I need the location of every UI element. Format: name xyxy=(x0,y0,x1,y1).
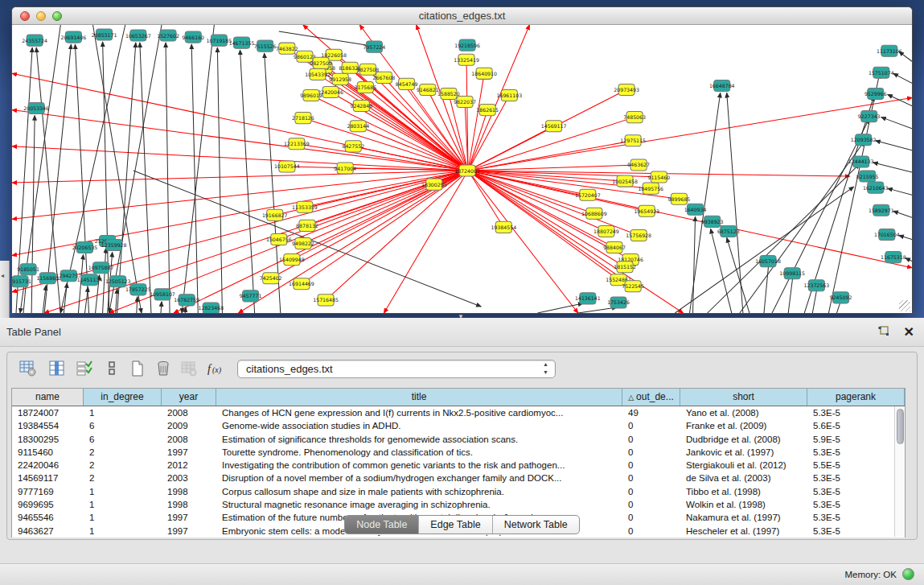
network-node[interactable]: 9899685 xyxy=(668,193,691,204)
network-node[interactable]: 9822037 xyxy=(454,96,476,107)
network-node[interactable]: 10653267 xyxy=(125,30,151,41)
network-node[interactable]: 9529966 xyxy=(864,88,887,99)
network-node[interactable]: 7522545 xyxy=(622,281,644,292)
network-node[interactable]: 19218596 xyxy=(454,39,480,51)
network-node[interactable]: 16961103 xyxy=(496,89,522,101)
network-canvas[interactable]: 2435572420691406208531711065326715276029… xyxy=(12,25,912,313)
network-node[interactable]: 1815152 xyxy=(614,262,636,273)
network-node[interactable]: 7957224 xyxy=(363,41,386,52)
network-node[interactable]: 12213369 xyxy=(284,138,310,150)
network-node[interactable]: 20973493 xyxy=(614,84,639,95)
network-node[interactable]: 3175685 xyxy=(355,81,377,93)
table-row[interactable]: 1830029562008Estimation of significance … xyxy=(12,433,905,446)
column-header-short[interactable]: short xyxy=(680,389,807,406)
network-node[interactable]: 9938923 xyxy=(701,216,724,227)
network-node[interactable]: 9466160 xyxy=(182,31,204,43)
network-node[interactable]: 7515526 xyxy=(254,40,277,51)
column-header-year[interactable]: year xyxy=(162,389,216,406)
network-node[interactable]: 12372563 xyxy=(804,280,830,291)
network-node[interactable]: 1640934 xyxy=(684,204,707,215)
window-resize-grip[interactable] xyxy=(899,300,910,311)
function-builder-icon[interactable]: f(x) xyxy=(205,357,228,380)
select-columns-icon[interactable] xyxy=(46,357,68,380)
table-row[interactable]: 2242004622012Investigating the contribut… xyxy=(12,459,905,472)
network-node[interactable]: 12823468 xyxy=(198,303,224,313)
create-column-icon[interactable] xyxy=(126,357,149,380)
network-node[interactable]: 7425402 xyxy=(260,273,282,284)
network-node[interactable]: 19166827 xyxy=(262,209,288,220)
network-node[interactable]: 9245092 xyxy=(830,292,852,303)
table-row[interactable]: 1456911722003Disruption of a novel membe… xyxy=(12,472,905,484)
network-node[interactable]: 11675318 xyxy=(881,252,906,263)
network-node[interactable]: 2803144 xyxy=(347,121,369,132)
network-node[interactable]: 18640910 xyxy=(471,68,497,79)
table-row[interactable]: 911546021997Tourette syndrome. Phenomeno… xyxy=(12,446,905,459)
network-node[interactable]: 8427552 xyxy=(342,141,364,152)
network-node[interactable]: 17857225 xyxy=(125,284,151,295)
column-header-title[interactable]: title xyxy=(216,389,622,406)
delete-table-icon[interactable] xyxy=(178,357,200,380)
table-selector-dropdown[interactable]: citations_edges.txt ▲▼ xyxy=(237,360,556,378)
network-node[interactable]: 15046756 xyxy=(266,233,292,245)
network-node[interactable]: 15892971 xyxy=(869,204,894,216)
network-node[interactable]: 6875123 xyxy=(717,225,740,237)
network-node[interactable]: 19384554 xyxy=(491,221,516,233)
network-node[interactable]: 1588520 xyxy=(437,88,460,99)
table-settings-icon[interactable] xyxy=(17,357,39,380)
network-node[interactable]: 19654923 xyxy=(634,205,659,216)
network-node[interactable]: 9896019 xyxy=(300,89,322,101)
column-header-out_de[interactable]: △out_de... xyxy=(622,389,680,406)
network-node[interactable]: 9115460 xyxy=(647,171,670,183)
network-node[interactable]: 16057018 xyxy=(755,256,781,267)
network-node[interactable]: 8454749 xyxy=(396,78,418,89)
network-node[interactable]: 9827509 xyxy=(310,57,332,68)
network-node[interactable]: 7463822 xyxy=(276,43,298,54)
network-node[interactable]: 15751074 xyxy=(869,67,894,78)
network-node[interactable]: 15716485 xyxy=(313,295,339,306)
network-node[interactable]: 2667608 xyxy=(373,72,396,83)
close-panel-icon[interactable]: ✕ xyxy=(904,324,914,340)
table-row[interactable]: 977716911998Corpus callosum shape and si… xyxy=(12,485,905,498)
network-node[interactable]: 9185051 xyxy=(17,264,39,275)
network-node[interactable]: 9827508 xyxy=(357,64,380,75)
network-node[interactable]: 18495756 xyxy=(638,183,663,194)
tab-network-table[interactable]: Network Table xyxy=(493,516,579,534)
scrollbar-thumb[interactable] xyxy=(897,409,904,444)
column-header-pagerank[interactable]: pagerank xyxy=(807,389,905,406)
network-node[interactable]: 7485063 xyxy=(623,112,646,123)
network-node[interactable]: 10998115 xyxy=(779,268,805,279)
column-header-name[interactable]: name xyxy=(12,389,84,406)
network-node[interactable]: 1862615 xyxy=(476,105,499,116)
network-node[interactable]: 9912958 xyxy=(329,73,351,84)
network-node[interactable]: 16210643 xyxy=(863,182,889,193)
network-node[interactable]: 9417004 xyxy=(334,163,356,174)
network-node[interactable]: 9227343 xyxy=(858,111,881,122)
tab-edge-table[interactable]: Edge Table xyxy=(419,516,492,534)
float-panel-icon[interactable] xyxy=(877,325,892,340)
tab-node-table[interactable]: Node Table xyxy=(345,516,419,534)
network-node[interactable]: 9884067 xyxy=(603,242,626,253)
network-node[interactable]: 20691406 xyxy=(61,31,87,43)
network-node[interactable]: 11173106 xyxy=(877,45,902,56)
network-node[interactable]: 9457771 xyxy=(240,290,262,302)
network-node[interactable]: 16648784 xyxy=(709,80,735,91)
network-node[interactable]: 9463627 xyxy=(627,159,650,171)
network-node[interactable]: 16782759 xyxy=(174,295,199,306)
network-view[interactable]: 2435572420691406208531711065326715276029… xyxy=(12,25,912,313)
network-node[interactable]: 10958107 xyxy=(150,289,175,300)
network-node[interactable]: 1753426 xyxy=(607,297,630,308)
control-panel-collapsed-strip[interactable]: ◂ xyxy=(0,261,10,318)
network-node[interactable]: 16914469 xyxy=(289,278,314,290)
row-selection-icon[interactable] xyxy=(73,357,96,380)
network-node[interactable]: 10688609 xyxy=(581,208,607,219)
network-node[interactable]: 9242848 xyxy=(350,101,372,112)
column-header-in_degree[interactable]: in_degree xyxy=(84,389,162,406)
network-node[interactable]: 2718126 xyxy=(292,113,314,124)
network-node[interactable]: 12093582 xyxy=(851,134,877,146)
table-mode-icon[interactable] xyxy=(101,357,123,380)
network-node[interactable]: 3915731 xyxy=(12,276,31,287)
network-node[interactable]: 15756928 xyxy=(626,229,651,241)
table-row[interactable]: 969969511998Structural magnetic resonanc… xyxy=(12,498,905,511)
network-node[interactable]: 14671355 xyxy=(229,37,255,48)
network-node[interactable]: 13325419 xyxy=(454,54,479,65)
